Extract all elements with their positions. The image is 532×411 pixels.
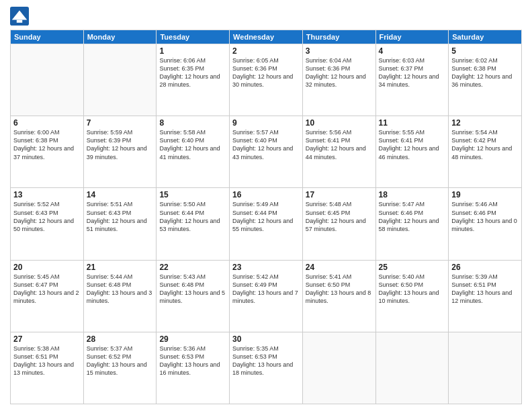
day-header-monday: Monday bbox=[83, 30, 157, 44]
svg-rect-2 bbox=[17, 20, 22, 23]
calendar-cell: 2Sunrise: 6:05 AM Sunset: 6:36 PM Daylig… bbox=[230, 44, 303, 116]
cell-info: Sunrise: 5:59 AM Sunset: 6:39 PM Dayligh… bbox=[87, 128, 154, 161]
cell-info: Sunrise: 6:06 AM Sunset: 6:35 PM Dayligh… bbox=[159, 56, 226, 89]
day-header-thursday: Thursday bbox=[302, 30, 375, 44]
calendar-cell: 23Sunrise: 5:42 AM Sunset: 6:49 PM Dayli… bbox=[230, 260, 303, 332]
calendar-cell: 18Sunrise: 5:47 AM Sunset: 6:46 PM Dayli… bbox=[375, 188, 449, 260]
day-number: 22 bbox=[159, 263, 226, 272]
day-number: 18 bbox=[379, 190, 446, 199]
day-number: 24 bbox=[306, 263, 373, 272]
day-header-wednesday: Wednesday bbox=[230, 30, 303, 44]
day-number: 25 bbox=[379, 263, 446, 272]
cell-info: Sunrise: 5:37 AM Sunset: 6:52 PM Dayligh… bbox=[87, 345, 154, 377]
day-number: 16 bbox=[232, 190, 300, 199]
cell-info: Sunrise: 6:00 AM Sunset: 6:38 PM Dayligh… bbox=[13, 128, 81, 161]
cell-info: Sunrise: 5:35 AM Sunset: 6:53 PM Dayligh… bbox=[232, 345, 300, 377]
calendar-cell: 1Sunrise: 6:06 AM Sunset: 6:35 PM Daylig… bbox=[157, 44, 230, 116]
day-number: 10 bbox=[306, 118, 373, 128]
cell-info: Sunrise: 5:55 AM Sunset: 6:41 PM Dayligh… bbox=[379, 128, 446, 161]
calendar-cell: 21Sunrise: 5:44 AM Sunset: 6:48 PM Dayli… bbox=[83, 260, 157, 332]
cell-info: Sunrise: 5:54 AM Sunset: 6:42 PM Dayligh… bbox=[451, 128, 519, 161]
logo-icon bbox=[10, 7, 29, 26]
day-number: 3 bbox=[306, 46, 373, 56]
day-number: 14 bbox=[87, 190, 154, 199]
cell-info: Sunrise: 5:38 AM Sunset: 6:51 PM Dayligh… bbox=[13, 345, 81, 377]
cell-info: Sunrise: 5:51 AM Sunset: 6:43 PM Dayligh… bbox=[87, 200, 154, 233]
calendar-cell: 24Sunrise: 5:41 AM Sunset: 6:50 PM Dayli… bbox=[302, 260, 375, 332]
day-number: 19 bbox=[451, 190, 519, 199]
day-number: 20 bbox=[13, 263, 81, 272]
calendar-cell: 10Sunrise: 5:56 AM Sunset: 6:41 PM Dayli… bbox=[302, 116, 375, 188]
page: SundayMondayTuesdayWednesdayThursdayFrid… bbox=[0, 0, 532, 411]
calendar-cell: 11Sunrise: 5:55 AM Sunset: 6:41 PM Dayli… bbox=[375, 116, 449, 188]
day-number: 4 bbox=[379, 46, 446, 56]
day-number: 21 bbox=[87, 263, 154, 272]
calendar-cell: 20Sunrise: 5:45 AM Sunset: 6:47 PM Dayli… bbox=[11, 260, 84, 332]
day-number: 26 bbox=[451, 263, 519, 272]
calendar-cell bbox=[375, 332, 449, 404]
calendar-cell: 15Sunrise: 5:50 AM Sunset: 6:44 PM Dayli… bbox=[157, 188, 230, 260]
calendar-week-2: 13Sunrise: 5:52 AM Sunset: 6:43 PM Dayli… bbox=[11, 188, 522, 260]
calendar-cell: 3Sunrise: 6:04 AM Sunset: 6:36 PM Daylig… bbox=[302, 44, 375, 116]
cell-info: Sunrise: 5:52 AM Sunset: 6:43 PM Dayligh… bbox=[13, 200, 81, 233]
cell-info: Sunrise: 5:57 AM Sunset: 6:40 PM Dayligh… bbox=[232, 128, 300, 161]
calendar-cell: 9Sunrise: 5:57 AM Sunset: 6:40 PM Daylig… bbox=[230, 116, 303, 188]
calendar-cell: 27Sunrise: 5:38 AM Sunset: 6:51 PM Dayli… bbox=[11, 332, 84, 404]
calendar-cell bbox=[302, 332, 375, 404]
calendar-cell: 8Sunrise: 5:58 AM Sunset: 6:40 PM Daylig… bbox=[157, 116, 230, 188]
calendar-week-3: 20Sunrise: 5:45 AM Sunset: 6:47 PM Dayli… bbox=[11, 260, 522, 332]
calendar-cell: 17Sunrise: 5:48 AM Sunset: 6:45 PM Dayli… bbox=[302, 188, 375, 260]
logo bbox=[10, 7, 32, 26]
day-number: 23 bbox=[232, 263, 300, 272]
calendar-cell: 7Sunrise: 5:59 AM Sunset: 6:39 PM Daylig… bbox=[83, 116, 157, 188]
day-number: 30 bbox=[232, 334, 300, 344]
calendar-cell: 28Sunrise: 5:37 AM Sunset: 6:52 PM Dayli… bbox=[83, 332, 157, 404]
calendar-cell: 16Sunrise: 5:49 AM Sunset: 6:44 PM Dayli… bbox=[230, 188, 303, 260]
calendar: SundayMondayTuesdayWednesdayThursdayFrid… bbox=[10, 30, 522, 404]
day-header-tuesday: Tuesday bbox=[157, 30, 230, 44]
cell-info: Sunrise: 5:40 AM Sunset: 6:50 PM Dayligh… bbox=[379, 273, 446, 306]
cell-info: Sunrise: 5:36 AM Sunset: 6:53 PM Dayligh… bbox=[159, 345, 226, 377]
cell-info: Sunrise: 5:42 AM Sunset: 6:49 PM Dayligh… bbox=[232, 273, 300, 306]
header bbox=[10, 7, 522, 26]
calendar-week-4: 27Sunrise: 5:38 AM Sunset: 6:51 PM Dayli… bbox=[11, 332, 522, 404]
day-number: 29 bbox=[159, 334, 226, 344]
day-number: 28 bbox=[87, 334, 154, 344]
cell-info: Sunrise: 5:47 AM Sunset: 6:46 PM Dayligh… bbox=[379, 200, 446, 233]
calendar-cell: 19Sunrise: 5:46 AM Sunset: 6:46 PM Dayli… bbox=[449, 188, 522, 260]
day-number: 12 bbox=[451, 118, 519, 128]
day-number: 7 bbox=[87, 118, 154, 128]
calendar-cell: 29Sunrise: 5:36 AM Sunset: 6:53 PM Dayli… bbox=[157, 332, 230, 404]
cell-info: Sunrise: 5:58 AM Sunset: 6:40 PM Dayligh… bbox=[159, 128, 226, 161]
calendar-cell: 14Sunrise: 5:51 AM Sunset: 6:43 PM Dayli… bbox=[83, 188, 157, 260]
day-number: 9 bbox=[232, 118, 300, 128]
cell-info: Sunrise: 5:46 AM Sunset: 6:46 PM Dayligh… bbox=[451, 200, 519, 233]
cell-info: Sunrise: 5:56 AM Sunset: 6:41 PM Dayligh… bbox=[306, 128, 373, 161]
calendar-cell: 30Sunrise: 5:35 AM Sunset: 6:53 PM Dayli… bbox=[230, 332, 303, 404]
cell-info: Sunrise: 5:43 AM Sunset: 6:48 PM Dayligh… bbox=[159, 273, 226, 306]
cell-info: Sunrise: 5:49 AM Sunset: 6:44 PM Dayligh… bbox=[232, 200, 300, 233]
cell-info: Sunrise: 5:39 AM Sunset: 6:51 PM Dayligh… bbox=[451, 273, 519, 306]
day-number: 8 bbox=[159, 118, 226, 128]
calendar-cell: 13Sunrise: 5:52 AM Sunset: 6:43 PM Dayli… bbox=[11, 188, 84, 260]
day-number: 27 bbox=[13, 334, 81, 344]
day-number: 2 bbox=[232, 46, 300, 56]
cell-info: Sunrise: 5:45 AM Sunset: 6:47 PM Dayligh… bbox=[13, 273, 81, 306]
day-number: 15 bbox=[159, 190, 226, 199]
day-number: 6 bbox=[13, 118, 81, 128]
cell-info: Sunrise: 6:04 AM Sunset: 6:36 PM Dayligh… bbox=[306, 56, 373, 89]
calendar-cell: 6Sunrise: 6:00 AM Sunset: 6:38 PM Daylig… bbox=[11, 116, 84, 188]
calendar-week-0: 1Sunrise: 6:06 AM Sunset: 6:35 PM Daylig… bbox=[11, 44, 522, 116]
calendar-cell bbox=[11, 44, 84, 116]
calendar-cell: 12Sunrise: 5:54 AM Sunset: 6:42 PM Dayli… bbox=[449, 116, 522, 188]
calendar-cell: 4Sunrise: 6:03 AM Sunset: 6:37 PM Daylig… bbox=[375, 44, 449, 116]
day-number: 17 bbox=[306, 190, 373, 199]
cell-info: Sunrise: 5:44 AM Sunset: 6:48 PM Dayligh… bbox=[87, 273, 154, 306]
calendar-cell bbox=[83, 44, 157, 116]
calendar-cell: 22Sunrise: 5:43 AM Sunset: 6:48 PM Dayli… bbox=[157, 260, 230, 332]
day-number: 13 bbox=[13, 190, 81, 199]
calendar-cell: 25Sunrise: 5:40 AM Sunset: 6:50 PM Dayli… bbox=[375, 260, 449, 332]
cell-info: Sunrise: 6:03 AM Sunset: 6:37 PM Dayligh… bbox=[379, 56, 446, 89]
cell-info: Sunrise: 6:02 AM Sunset: 6:38 PM Dayligh… bbox=[451, 56, 519, 89]
day-number: 1 bbox=[159, 46, 226, 56]
